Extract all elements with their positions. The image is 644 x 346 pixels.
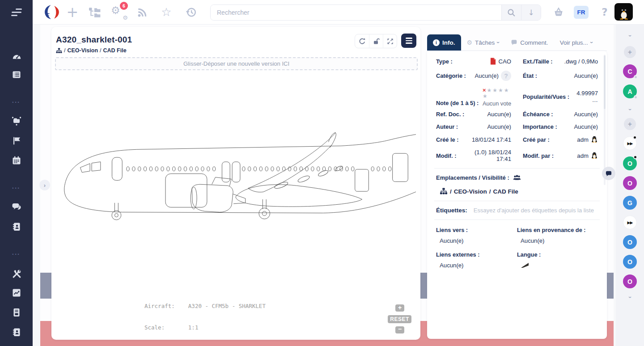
user-avatar-o[interactable]: O <box>623 274 637 288</box>
sidebar-item-admin-tools[interactable] <box>11 268 22 279</box>
main-menu-toggle[interactable] <box>0 0 33 25</box>
collapse-group-chevron[interactable]: › <box>616 105 644 113</box>
refresh-button[interactable] <box>355 34 369 48</box>
fast-forward-avatar[interactable]: ▶▶ <box>623 215 637 229</box>
field-label: Créé par : <box>523 136 550 143</box>
status-dot <box>633 135 637 139</box>
breadcrumb-separator: / <box>64 47 65 54</box>
user-avatar-c[interactable]: C <box>623 64 637 78</box>
document-menu-button[interactable] <box>401 34 416 48</box>
sitemap-icon <box>440 188 448 195</box>
user-avatar-o[interactable]: O <box>623 235 637 249</box>
tab-comments[interactable]: Comment. <box>505 34 554 51</box>
flag-icon <box>12 136 21 146</box>
fast-forward-avatar[interactable]: ▶▶ <box>623 136 637 150</box>
field-label: État : <box>523 72 537 79</box>
search-bar: ↓ <box>210 4 541 21</box>
field-label: Créé le : <box>436 136 459 143</box>
modifier-user-link[interactable]: adm <box>577 152 598 159</box>
tags-input[interactable]: Essayez d'ajouter des étiquettes depuis … <box>474 207 594 214</box>
user-avatar-o[interactable]: O <box>623 176 637 190</box>
rating-widget[interactable]: ×★★★★ ★ Aucun vote <box>483 87 511 106</box>
collapse-group-chevron[interactable]: › <box>616 293 644 301</box>
version-dropzone[interactable]: Glisser-Déposer une nouvelle version ICI <box>55 57 418 70</box>
chart-icon <box>12 288 21 298</box>
arrow-down-icon: ↓ <box>528 8 534 17</box>
folder-tree-icon[interactable] <box>89 7 101 18</box>
search-submit-button[interactable] <box>501 5 521 20</box>
field-value: CAO <box>490 58 511 65</box>
breadcrumb-separator: / <box>100 47 101 54</box>
sidebar-item-documents[interactable] <box>11 69 22 80</box>
sidebar-item-statistics[interactable] <box>11 287 22 298</box>
top-bar: + ⚙⚙ 6 ☆ ↓ FR ? <box>0 0 644 25</box>
sidebar-item-calendar[interactable] <box>11 155 22 166</box>
sidebar-item-flags[interactable] <box>11 135 22 146</box>
zoom-in-button[interactable]: + <box>395 304 404 312</box>
field-label: Importance : <box>523 123 557 130</box>
breadcrumb-root-link[interactable]: CEO-Vision <box>67 47 98 54</box>
info-scrollbar-thumb[interactable] <box>604 55 606 109</box>
location-root-link[interactable]: CEO-Vision <box>454 188 487 195</box>
sidebar-item-invoices[interactable] <box>11 307 22 318</box>
breadcrumb-folder-link[interactable]: CAD File <box>103 47 127 54</box>
sidebar-item-contacts[interactable] <box>11 221 22 232</box>
language-flag-icon[interactable] <box>521 262 530 269</box>
add-user-button[interactable]: + <box>624 46 636 58</box>
tools-icon <box>12 269 22 279</box>
user-avatar-o[interactable]: O <box>623 255 637 269</box>
links-from-value: Aucun(e) <box>521 237 598 244</box>
left-sidebar: ••• ••• ••• <box>0 0 33 346</box>
fullscreen-button[interactable] <box>383 34 397 48</box>
history-icon[interactable] <box>185 6 197 18</box>
favorites-star-icon[interactable]: ☆ <box>160 4 173 20</box>
location-folder-link[interactable]: CAD File <box>493 188 518 195</box>
expand-panel-chevron[interactable]: › <box>39 180 50 190</box>
info-panel-body: Type : CAO Ext./Taille : .dwg / 0,9Mo Ca… <box>427 51 607 339</box>
sidebar-item-dashboard[interactable] <box>11 51 22 62</box>
notifications-badge: 6 <box>120 2 128 10</box>
search-download-button[interactable]: ↓ <box>521 5 541 20</box>
sidebar-item-directory[interactable] <box>11 327 22 338</box>
chat-bubbles-icon <box>11 202 22 212</box>
tags-label: Étiquettes: <box>436 207 467 214</box>
breadcrumb: / CEO-Vision / CAD File <box>56 47 127 54</box>
sidebar-more-bottom[interactable]: ••• <box>0 252 33 257</box>
refresh-icon <box>359 38 366 45</box>
sidebar-item-shared-spaces[interactable] <box>11 115 22 126</box>
divider <box>434 168 600 169</box>
add-document-icon[interactable]: + <box>66 2 79 22</box>
basket-icon[interactable] <box>553 7 564 18</box>
invoice-document-icon <box>12 308 21 317</box>
search-input[interactable] <box>211 5 501 20</box>
lock-button[interactable] <box>369 34 383 48</box>
rss-feed-icon[interactable] <box>137 7 148 18</box>
creator-user-link[interactable]: adm <box>577 136 598 143</box>
tab-more[interactable]: Voir plus... › <box>554 34 598 51</box>
user-avatar-o[interactable]: O <box>623 156 637 170</box>
field-label: Auteur : <box>436 123 458 130</box>
zoom-reset-button[interactable]: RESET <box>388 315 411 323</box>
language-button[interactable]: FR <box>574 6 589 19</box>
tab-tasks[interactable]: ⚙ Tâches › <box>461 34 505 51</box>
category-help-icon[interactable]: ? <box>501 71 511 81</box>
chat-toggle-button[interactable] <box>602 167 615 180</box>
user-avatar[interactable] <box>614 3 633 21</box>
chevron-down-icon: › <box>495 42 501 43</box>
help-icon[interactable]: ? <box>598 4 611 20</box>
sidebar-item-forum[interactable] <box>11 202 22 212</box>
user-avatar-g[interactable]: G <box>623 196 637 210</box>
gofast-logo[interactable] <box>43 4 62 20</box>
sidebar-more-top[interactable]: ••• <box>0 100 33 105</box>
tab-info[interactable]: i Info. <box>427 34 461 51</box>
penguin-avatar-image <box>591 136 598 143</box>
user-avatar-a[interactable]: A <box>623 84 637 98</box>
collapse-group-chevron[interactable]: › <box>616 31 644 39</box>
field-value: 18/01/24 17:41 <box>472 136 511 143</box>
sidebar-more-middle[interactable]: ••• <box>0 186 33 190</box>
zoom-out-button[interactable]: − <box>395 326 404 333</box>
field-label: Catégorie : <box>436 72 466 79</box>
path-separator: / <box>450 188 452 195</box>
status-dot <box>634 75 638 79</box>
add-user-button[interactable]: + <box>624 118 636 130</box>
